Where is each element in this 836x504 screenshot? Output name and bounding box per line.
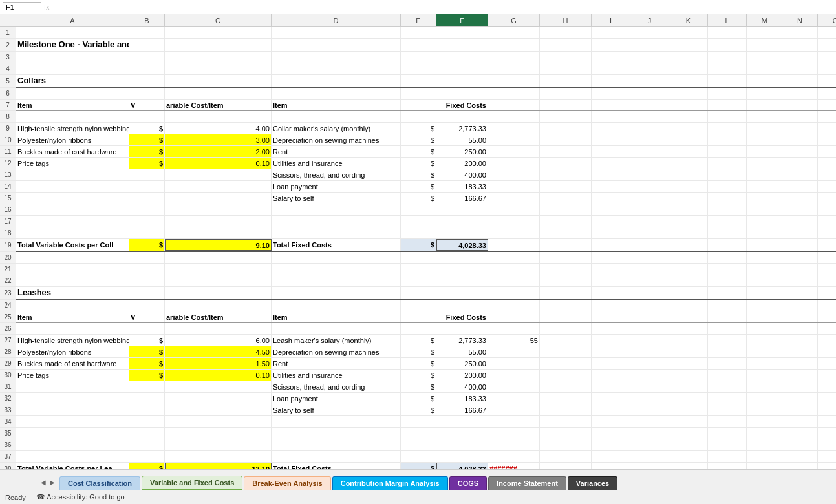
col-header-A[interactable]: A: [16, 14, 129, 26]
cell-2-B[interactable]: [129, 39, 165, 51]
cell-25-B[interactable]: V: [129, 311, 165, 322]
cell-5-A[interactable]: Collars: [16, 75, 129, 87]
cell-2-H[interactable]: [540, 39, 592, 51]
cell-9-A[interactable]: High-tensile strength nylon webbing: [16, 123, 129, 134]
cell-24-L[interactable]: [708, 300, 747, 311]
cell-33-D[interactable]: Salary to self: [272, 404, 401, 415]
cell-32-J[interactable]: [630, 393, 669, 404]
cell-38-I[interactable]: [592, 463, 630, 469]
cell-20-F[interactable]: [436, 252, 488, 263]
tab-variances[interactable]: Variances: [568, 476, 617, 490]
cell-7-M[interactable]: [747, 100, 782, 110]
cell-8-C[interactable]: [165, 111, 272, 122]
cell-6-F[interactable]: [436, 88, 488, 99]
cell-5-C[interactable]: [165, 75, 272, 87]
cell-10-A[interactable]: Polyester/nylon ribbons: [16, 134, 129, 145]
col-header-G[interactable]: G: [488, 14, 540, 26]
tab-contribution[interactable]: Contribution Margin Analysis: [332, 476, 448, 490]
cell-32-A[interactable]: [16, 393, 129, 404]
cell-14-N[interactable]: [782, 181, 818, 192]
cell-37-L[interactable]: [708, 451, 747, 462]
cell-33-L[interactable]: [708, 404, 747, 415]
cell-11-K[interactable]: [669, 146, 708, 157]
cell-23-C[interactable]: [165, 287, 272, 299]
cell-10-B[interactable]: $: [129, 134, 165, 145]
cell-19-N[interactable]: [782, 239, 818, 251]
row-num-18[interactable]: 18: [0, 227, 16, 239]
cell-23-G[interactable]: [488, 287, 540, 299]
cell-37-F[interactable]: [436, 451, 488, 462]
cell-19-I[interactable]: [592, 239, 630, 251]
cell-19-K[interactable]: [669, 239, 708, 251]
cell-34-G[interactable]: [488, 416, 540, 427]
cell-7-O[interactable]: [818, 100, 836, 110]
cell-25-G[interactable]: [488, 311, 540, 322]
cell-2-I[interactable]: [592, 39, 630, 51]
cell-8-L[interactable]: [708, 111, 747, 122]
cell-34-C[interactable]: [165, 416, 272, 427]
row-num-6[interactable]: 6: [0, 88, 16, 100]
cell-36-K[interactable]: [669, 439, 708, 450]
cell-35-G[interactable]: [488, 428, 540, 439]
cell-35-F[interactable]: [436, 428, 488, 439]
cell-2-O[interactable]: [818, 39, 836, 51]
cell-38-G[interactable]: #######: [488, 463, 540, 469]
cell-33-G[interactable]: [488, 404, 540, 415]
cell-38-J[interactable]: [630, 463, 669, 469]
cell-27-N[interactable]: [782, 335, 818, 346]
row-num-30[interactable]: 30: [0, 370, 16, 381]
cell-24-F[interactable]: [436, 300, 488, 311]
cell-11-B[interactable]: $: [129, 146, 165, 157]
cell-4-D[interactable]: [272, 63, 401, 74]
cell-13-K[interactable]: [669, 169, 708, 180]
cell-38-B[interactable]: $: [129, 463, 165, 469]
cell-12-O[interactable]: [818, 158, 836, 169]
cell-27-F[interactable]: 2,773.33: [436, 335, 488, 346]
cell-30-B[interactable]: $: [129, 370, 165, 381]
cell-29-M[interactable]: [747, 358, 782, 369]
cell-28-H[interactable]: [540, 346, 592, 357]
cell-11-O[interactable]: [818, 146, 836, 157]
cell-36-H[interactable]: [540, 439, 592, 450]
cell-33-N[interactable]: [782, 404, 818, 415]
cell-10-N[interactable]: [782, 134, 818, 145]
cell-26-B[interactable]: [129, 323, 165, 334]
cell-13-H[interactable]: [540, 169, 592, 180]
cell-22-I[interactable]: [592, 275, 630, 286]
cell-34-L[interactable]: [708, 416, 747, 427]
cell-10-K[interactable]: [669, 134, 708, 145]
cell-34-O[interactable]: [818, 416, 836, 427]
cell-15-E[interactable]: $: [401, 193, 436, 204]
cell-22-F[interactable]: [436, 275, 488, 286]
row-num-11[interactable]: 11: [0, 146, 16, 158]
cell-7-J[interactable]: [630, 100, 669, 110]
cell-15-A[interactable]: [16, 193, 129, 204]
cell-14-I[interactable]: [592, 181, 630, 192]
cell-14-M[interactable]: [747, 181, 782, 192]
row-num-12[interactable]: 12: [0, 158, 16, 169]
cell-32-L[interactable]: [708, 393, 747, 404]
cell-11-N[interactable]: [782, 146, 818, 157]
cell-33-J[interactable]: [630, 404, 669, 415]
col-header-E[interactable]: E: [401, 14, 436, 26]
cell-25-O[interactable]: [818, 311, 836, 322]
cell-11-E[interactable]: $: [401, 146, 436, 157]
row-num-15[interactable]: 15: [0, 193, 16, 204]
cell-18-B[interactable]: [129, 227, 165, 238]
cell-20-B[interactable]: [129, 252, 165, 263]
cell-11-M[interactable]: [747, 146, 782, 157]
cell-33-B[interactable]: [129, 404, 165, 415]
cell-24-C[interactable]: [165, 300, 272, 311]
cell-3-D[interactable]: [272, 52, 401, 63]
cell-21-G[interactable]: [488, 264, 540, 275]
cell-1-N[interactable]: [782, 27, 818, 38]
cell-8-B[interactable]: [129, 111, 165, 122]
cell-17-B[interactable]: [129, 216, 165, 227]
cell-6-I[interactable]: [592, 88, 630, 99]
cell-5-E[interactable]: [401, 75, 436, 87]
cell-26-J[interactable]: [630, 323, 669, 334]
cell-27-G[interactable]: 55: [488, 335, 540, 346]
cell-8-M[interactable]: [747, 111, 782, 122]
cell-10-H[interactable]: [540, 134, 592, 145]
cell-8-O[interactable]: [818, 111, 836, 122]
